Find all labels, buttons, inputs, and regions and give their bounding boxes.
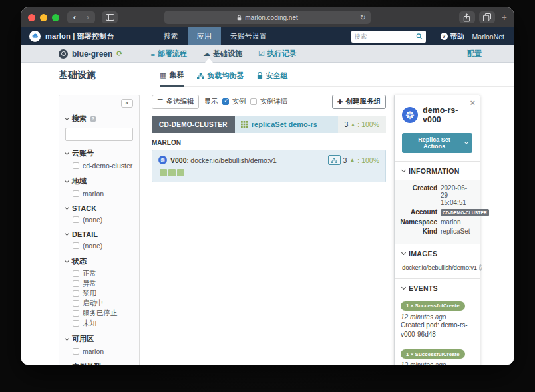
close-window-button[interactable] (28, 14, 35, 21)
menu-item-search[interactable]: 搜索 (154, 27, 188, 45)
panel-title: demo-rs-v000 (423, 106, 472, 124)
filter-item[interactable]: cd-demo-cluster (73, 160, 133, 170)
browser-window: ‹ › marlon.coding.net ↻ + marlon | 部署控制台 (21, 7, 514, 365)
share-icon[interactable] (459, 11, 475, 23)
tab-overview-icon[interactable] (479, 11, 495, 23)
checkbox[interactable] (73, 216, 79, 223)
filter-item[interactable]: (none) (73, 214, 133, 224)
filter-item[interactable]: 异常 (73, 278, 133, 288)
cluster-header[interactable]: CD-DEMO-CLUSTER replicaSet demo-rs 3 ▲ :… (152, 116, 386, 133)
chevron-down-icon (65, 258, 69, 262)
filter-item[interactable]: 禁用 (73, 288, 133, 298)
filter-item[interactable]: marlon (73, 188, 133, 198)
filter-item[interactable]: 未知 (73, 318, 133, 328)
help-link[interactable]: ? 帮助 (441, 32, 464, 41)
event-badge: 1 × SuccessfulCreate (401, 349, 465, 359)
filter-section-detail[interactable]: DETAIL (65, 230, 133, 238)
app-navbar: marlon | 部署控制台 搜索 应用 云账号设置 ? 帮助 MarlonNe… (21, 27, 514, 45)
application-bar: blue-green ⟳ ≡部署流程 ☁基础设施 ☑执行记录 配置 (21, 45, 514, 63)
brand-title: marlon | 部署控制台 (45, 31, 114, 41)
tab-execution-records[interactable]: ☑执行记录 (258, 49, 297, 59)
filter-item[interactable]: marlon (73, 346, 133, 356)
filter-section-cloud-account[interactable]: 云账号 (65, 148, 133, 158)
close-icon[interactable]: × (470, 98, 475, 108)
events-section-header[interactable]: EVENTS (395, 279, 480, 297)
checkbox[interactable] (73, 270, 79, 277)
filter-item[interactable]: 正常 (73, 268, 133, 278)
tab-security-groups[interactable]: 安全组 (257, 71, 287, 86)
tab-infrastructure[interactable]: ☁基础设施 (203, 49, 242, 59)
reload-icon[interactable]: ↻ (360, 13, 366, 22)
address-bar[interactable]: marlon.coding.net ↻ (164, 11, 371, 24)
checkbox[interactable] (73, 300, 79, 307)
page-title: 基础设施 (59, 63, 160, 87)
back-button[interactable]: ‹ (69, 12, 81, 23)
filter-section-status[interactable]: 状态 (65, 256, 133, 266)
browser-titlebar: ‹ › marlon.coding.net ↻ + (21, 7, 514, 27)
checkbox[interactable] (73, 242, 79, 249)
filter-section-search[interactable]: 搜索 ? (65, 114, 133, 124)
filter-section-availability-zone[interactable]: 可用区 (65, 334, 133, 344)
coding-logo-icon[interactable] (29, 31, 41, 42)
checkbox[interactable] (73, 290, 79, 297)
pod-indicator[interactable] (177, 169, 184, 176)
filter-section-instance-type[interactable]: 实例类型 (65, 362, 133, 365)
menu-item-cloud-account-settings[interactable]: 云账号设置 (221, 27, 276, 45)
filter-item[interactable]: 启动中 (73, 298, 133, 308)
topology-button[interactable] (328, 155, 341, 165)
new-tab-icon[interactable]: + (502, 12, 507, 23)
pod-indicator[interactable] (168, 169, 176, 176)
show-instances-checkbox[interactable]: 实例 (222, 97, 246, 106)
checkbox[interactable] (73, 320, 79, 327)
plus-icon: ✚ (337, 98, 343, 106)
filter-item[interactable]: 服务已停止 (73, 308, 133, 318)
multi-select-edit-button[interactable]: ☰多选编辑 (152, 95, 199, 109)
tab-pipeline[interactable]: ≡部署流程 (151, 49, 187, 59)
global-search-input[interactable] (355, 33, 416, 40)
checkbox[interactable] (73, 310, 79, 317)
chevron-down-icon (65, 178, 69, 182)
chevron-down-icon (65, 363, 69, 365)
user-menu[interactable]: MarlonNet (472, 33, 504, 41)
refresh-icon[interactable]: ⟳ (116, 49, 122, 58)
checkbox[interactable] (73, 280, 79, 287)
event-item: 1 × SuccessfulCreate 12 minutes ago Crea… (401, 347, 474, 365)
replica-set-group[interactable]: replicaSet demo-rs (235, 116, 338, 133)
checkbox[interactable] (250, 98, 257, 105)
replica-set-actions-button[interactable]: Replica Set Actions (402, 133, 472, 153)
row-stats: 3 ▲ : 100% (328, 155, 379, 165)
detail-panel: × ☸ demo-rs-v000 Replica Set Actions INF… (394, 95, 480, 365)
chevron-down-icon (401, 168, 406, 172)
list-icon: ☰ (157, 98, 163, 106)
checkbox[interactable] (73, 190, 79, 197)
up-triangle-icon: ▲ (349, 157, 355, 163)
images-section-header[interactable]: IMAGES (395, 244, 480, 262)
config-link[interactable]: 配置 (467, 49, 482, 59)
check-square-icon: ☑ (258, 49, 265, 58)
minimize-window-button[interactable] (40, 14, 47, 21)
create-service-group-button[interactable]: ✚创建服务组 (332, 95, 386, 109)
checkbox[interactable] (222, 98, 229, 105)
filter-section-stack[interactable]: STACK (65, 204, 133, 212)
event-list: 1 × SuccessfulCreate 12 minutes ago Crea… (395, 297, 480, 365)
tab-clusters[interactable]: ▦集群 (160, 70, 184, 87)
information-section-header[interactable]: INFORMATION (395, 162, 480, 180)
chevron-down-icon (464, 140, 468, 144)
zoom-window-button[interactable] (52, 14, 59, 21)
collapse-sidebar-button[interactable]: « (121, 99, 133, 108)
kubernetes-icon: ☸ (158, 156, 167, 164)
search-icon[interactable] (416, 33, 423, 40)
filter-item[interactable]: (none) (73, 240, 133, 250)
tab-load-balancers[interactable]: 负载均衡器 (197, 71, 244, 86)
forward-button[interactable]: › (82, 12, 94, 23)
sidebar-search-input[interactable] (65, 128, 133, 141)
checkbox[interactable] (73, 348, 79, 355)
show-instance-details-checkbox[interactable]: 实例详情 (250, 97, 287, 106)
filter-section-region[interactable]: 地域 (65, 176, 133, 186)
event-badge: 1 × SuccessfulCreate (401, 301, 465, 311)
version-row[interactable]: ☸ V000: docker.io/bebullish/demo:v1 3 ▲ … (152, 150, 386, 182)
sidebar-toggle-icon[interactable] (102, 11, 118, 23)
checkbox[interactable] (73, 162, 79, 169)
menu-item-applications[interactable]: 应用 (188, 27, 221, 45)
pod-indicator[interactable] (160, 169, 167, 176)
